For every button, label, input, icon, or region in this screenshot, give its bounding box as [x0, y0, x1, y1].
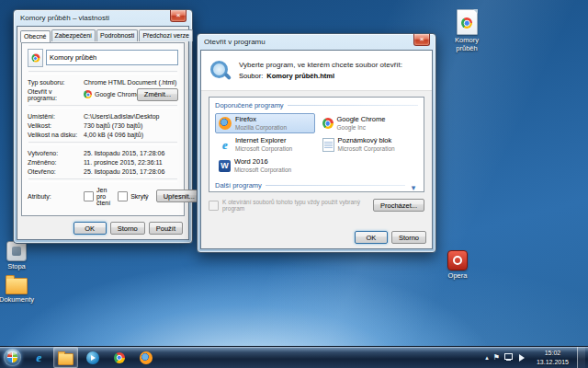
close-icon[interactable]	[170, 10, 187, 22]
browse-button[interactable]: Procházet...	[373, 199, 424, 212]
tab-predchozi-verze[interactable]: Předchozí verze	[139, 29, 193, 41]
program-name: Poznámkový blok	[338, 137, 395, 145]
taskbar-clock[interactable]: 15:02 13.12.2015	[537, 349, 569, 365]
accessed-value: 25. listopadu 2015, 17:28:06	[84, 168, 178, 175]
chevron-down-icon[interactable]	[409, 178, 418, 194]
show-desktop-button[interactable]	[577, 347, 585, 368]
media-player-icon	[86, 351, 99, 364]
general-tab-page: Typ souboru: Chrome HTML Document (.html…	[21, 42, 185, 216]
program-item-firefox[interactable]: FirefoxMozilla Corporation	[215, 113, 315, 133]
program-vendor: Mozilla Corporation	[235, 124, 287, 131]
taskbar-chrome[interactable]	[107, 347, 131, 368]
show-hidden-icons-icon[interactable]	[485, 354, 489, 362]
properties-title: Komory průběh – vlastnosti	[20, 14, 170, 22]
cancel-button[interactable]: Storno	[391, 231, 426, 244]
properties-titlebar[interactable]: Komory průběh – vlastnosti	[14, 10, 192, 26]
file-icon	[28, 49, 43, 67]
taskbar: 15:02 13.12.2015	[0, 346, 588, 368]
other-programs-header[interactable]: Další programy	[215, 181, 262, 190]
firefox-icon	[140, 351, 153, 364]
desktop-icon-label: Dokumenty	[0, 296, 34, 305]
program-vendor: Google Inc	[337, 124, 386, 131]
search-icon	[209, 59, 232, 82]
program-item-internet-explorer[interactable]: Internet ExplorerMicrosoft Corporation	[215, 134, 315, 155]
start-button[interactable]	[4, 349, 21, 366]
open-with-label: Otevřít v programu:	[28, 88, 81, 101]
modified-value: 11. prosince 2015, 22:36:11	[84, 159, 178, 166]
folder-icon	[58, 353, 74, 365]
separator	[266, 185, 405, 186]
separator	[28, 142, 177, 145]
readonly-checkbox[interactable]	[84, 191, 94, 201]
ok-button[interactable]: OK	[74, 222, 107, 235]
action-center-icon[interactable]	[493, 354, 500, 362]
file-label: Soubor:	[239, 72, 263, 80]
program-item-notepad[interactable]: Poznámkový blokMicrosoft Corporation	[319, 134, 419, 155]
volume-icon[interactable]	[519, 354, 528, 362]
chrome-icon	[84, 90, 92, 98]
program-name: Firefox	[235, 116, 287, 124]
tab-podrobnosti[interactable]: Podrobnosti	[96, 29, 138, 41]
word-icon	[219, 160, 231, 172]
location-value: C:\Users\Ladislav\Desktop	[84, 113, 178, 120]
taskbar-firefox[interactable]	[133, 347, 158, 368]
open-with-prompt: Vyberte program, ve kterém chcete soubor…	[239, 61, 402, 69]
program-vendor: Microsoft Corporation	[338, 145, 395, 152]
always-use-checkbox	[209, 201, 219, 211]
modified-label: Změněno:	[28, 159, 81, 166]
apply-button[interactable]: Použít	[149, 222, 183, 235]
program-vendor: Microsoft Corporation	[234, 167, 291, 173]
program-vendor: Microsoft Corporation	[235, 145, 292, 152]
chrome-icon	[114, 352, 125, 363]
open-with-body: Vyberte program, ve kterém chcete soubor…	[200, 50, 433, 249]
desktop-icon-opera[interactable]: Opera	[437, 250, 478, 281]
clock-time: 15:02	[545, 349, 561, 357]
separator	[28, 105, 177, 109]
program-item-google-chrome[interactable]: Google ChromeGoogle Inc	[319, 113, 419, 133]
separator	[288, 105, 418, 106]
type-value: Chrome HTML Document (.html)	[84, 79, 178, 86]
desktop-icon-label: Opera	[448, 272, 468, 281]
size-label: Velikost:	[28, 122, 81, 129]
separator	[28, 71, 177, 75]
chrome-icon	[322, 118, 334, 129]
advanced-button[interactable]: Upřesnit...	[156, 190, 202, 202]
properties-dialog: Komory průběh – vlastnosti Obecné Zabezp…	[13, 9, 193, 244]
program-list: Doporučené programy FirefoxMozilla Corpo…	[209, 97, 424, 192]
desktop-icon-dokumenty[interactable]: Dokumenty	[0, 274, 35, 305]
cancel-button[interactable]: Storno	[110, 222, 145, 235]
ok-button[interactable]: OK	[355, 231, 388, 244]
tab-obecne[interactable]: Obecné	[20, 30, 51, 42]
open-with-titlebar[interactable]: Otevřít v programu	[198, 34, 435, 50]
network-icon[interactable]	[504, 353, 513, 362]
change-button[interactable]: Změnit...	[137, 88, 178, 101]
desktop-icon-label: Stopa	[7, 263, 26, 271]
desktop-icon-stopa[interactable]: Stopa	[0, 241, 35, 271]
tab-zabezpeceni[interactable]: Zabezpečení	[51, 29, 96, 41]
attributes-label: Atributy:	[28, 193, 81, 200]
notepad-icon	[322, 138, 334, 152]
application-icon	[6, 241, 27, 261]
size-on-disk-value: 4,00 kB (4 096 bajtů)	[84, 132, 178, 138]
location-label: Umístění:	[28, 113, 81, 120]
chrome-icon	[31, 54, 40, 63]
desktop: Komory průběh Opera Stopa Dokumenty Komo…	[0, 0, 588, 368]
hidden-checkbox[interactable]	[118, 191, 128, 201]
folder-icon	[6, 278, 28, 294]
open-with-title: Otevřít v programu	[204, 38, 413, 46]
firefox-icon	[219, 117, 232, 130]
taskbar-media-player[interactable]	[80, 347, 105, 368]
program-name: Google Chrome	[337, 116, 386, 124]
filename-input[interactable]	[46, 50, 178, 65]
internet-explorer-icon	[33, 351, 46, 364]
desktop-icon-komory-prubeh[interactable]: Komory průběh	[447, 9, 487, 52]
created-value: 25. listopadu 2015, 17:28:06	[84, 150, 178, 156]
taskbar-windows-explorer[interactable]	[53, 347, 78, 368]
taskbar-internet-explorer[interactable]	[27, 347, 51, 368]
program-item-word-2016[interactable]: Word 2016Microsoft Corporation	[215, 155, 315, 176]
properties-body: Obecné Zabezpečení Podrobnosti Předchozí…	[17, 26, 189, 240]
separator	[28, 178, 177, 182]
type-label: Typ souboru:	[28, 79, 81, 86]
file-name: Komory průběh.html	[266, 72, 334, 80]
close-icon[interactable]	[413, 34, 430, 46]
